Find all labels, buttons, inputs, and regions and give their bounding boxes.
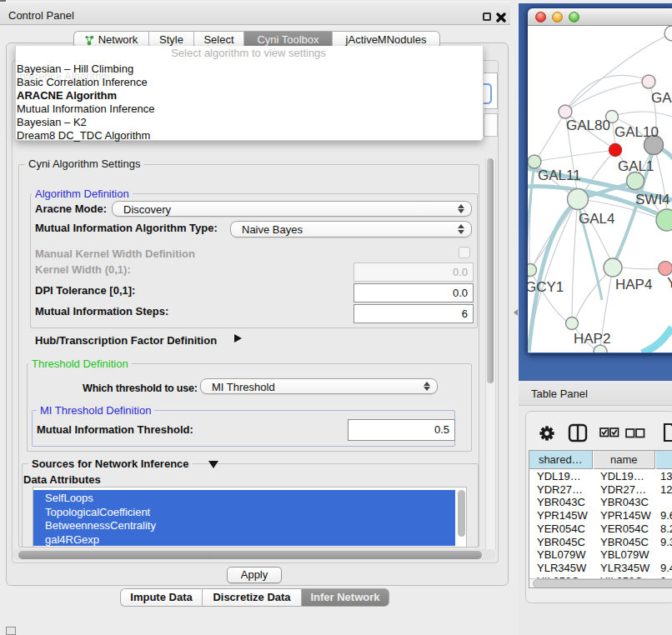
svg-text:GCY1: GCY1 bbox=[528, 279, 564, 295]
svg-text:GAL4: GAL4 bbox=[579, 211, 614, 227]
svg-text:GAL10: GAL10 bbox=[614, 124, 659, 140]
svg-text:SWI4: SWI4 bbox=[635, 192, 670, 208]
svg-text:HAP4: HAP4 bbox=[615, 277, 652, 292]
svg-text:Y: Y bbox=[667, 275, 672, 291]
svg-text:GAL8: GAL8 bbox=[651, 90, 672, 106]
svg-text:GAL11: GAL11 bbox=[538, 168, 581, 183]
svg-text:HAP2: HAP2 bbox=[574, 331, 610, 347]
svg-text:GAL1: GAL1 bbox=[618, 158, 654, 174]
svg-text:GAL80: GAL80 bbox=[566, 118, 610, 133]
